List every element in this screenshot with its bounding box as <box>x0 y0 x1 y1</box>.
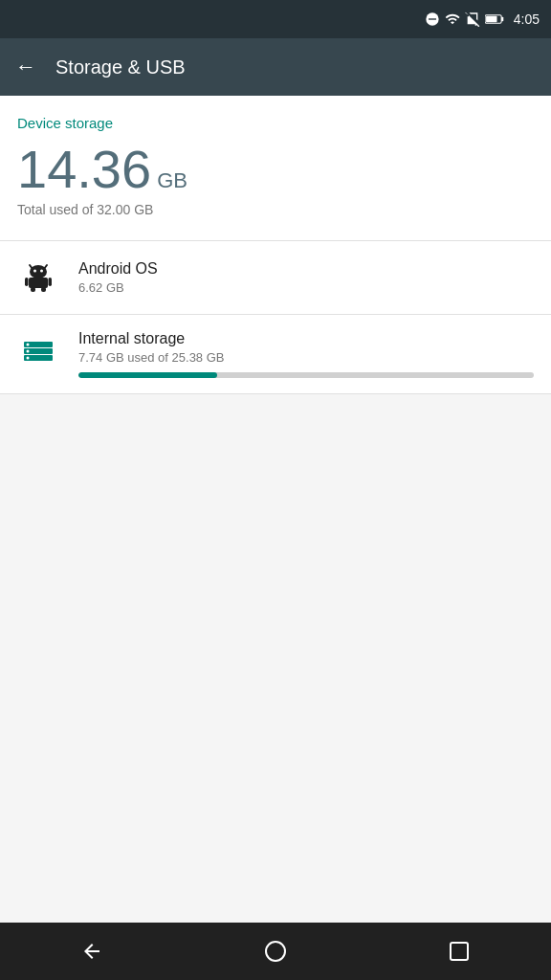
content-area: Device storage 14.36 GB Total used of 32… <box>0 96 551 923</box>
status-icons <box>425 11 504 27</box>
home-nav-icon <box>264 940 287 963</box>
svg-rect-1 <box>429 18 436 19</box>
battery-icon <box>485 11 504 27</box>
storage-used-display: 14.36 GB <box>17 143 534 196</box>
svg-point-19 <box>27 350 30 353</box>
svg-rect-22 <box>451 943 468 960</box>
svg-point-7 <box>30 265 47 278</box>
android-os-text: Android OS 6.62 GB <box>78 260 534 295</box>
svg-point-20 <box>27 357 30 360</box>
storage-used-number: 14.36 <box>17 143 151 196</box>
internal-storage-text: Internal storage 7.74 GB used of 25.38 G… <box>78 330 534 378</box>
svg-rect-3 <box>501 17 503 21</box>
bottom-nav <box>0 923 551 980</box>
svg-point-8 <box>33 270 36 273</box>
minus-circle-icon <box>425 11 440 27</box>
svg-rect-10 <box>29 278 48 288</box>
wifi-icon <box>445 11 460 27</box>
back-nav-icon <box>80 940 103 963</box>
svg-rect-14 <box>41 287 46 292</box>
storage-total-text: Total used of 32.00 GB <box>17 202 534 217</box>
svg-point-9 <box>40 270 43 273</box>
back-button[interactable]: ← <box>15 56 36 78</box>
android-icon <box>21 260 55 295</box>
device-storage-header: Device storage 14.36 GB Total used of 32… <box>0 96 551 240</box>
android-os-size: 6.62 GB <box>78 280 534 295</box>
internal-storage-title: Internal storage <box>78 330 534 347</box>
signal-icon <box>465 11 480 27</box>
device-storage-label: Device storage <box>17 115 534 131</box>
recents-nav-icon <box>448 940 471 963</box>
svg-point-21 <box>266 942 285 961</box>
svg-rect-4 <box>486 16 496 22</box>
android-os-icon <box>17 256 59 299</box>
internal-storage-progress-container <box>78 372 534 378</box>
recents-nav-button[interactable] <box>435 927 483 975</box>
storage-lines-icon <box>21 334 55 368</box>
svg-rect-12 <box>49 278 53 286</box>
toolbar: ← Storage & USB <box>0 38 551 96</box>
internal-storage-size: 7.74 GB used of 25.38 GB <box>78 350 534 365</box>
android-os-item[interactable]: Android OS 6.62 GB <box>0 241 551 314</box>
svg-rect-13 <box>31 287 35 292</box>
divider-3 <box>0 393 551 394</box>
android-os-title: Android OS <box>78 260 534 278</box>
back-nav-button[interactable] <box>68 927 116 975</box>
internal-storage-progress-fill <box>78 372 217 378</box>
toolbar-title: Storage & USB <box>55 56 186 78</box>
status-bar: 4:05 <box>0 0 551 38</box>
internal-storage-item[interactable]: Internal storage 7.74 GB used of 25.38 G… <box>0 315 551 393</box>
internal-storage-icon <box>17 330 59 372</box>
storage-used-unit: GB <box>157 168 187 193</box>
home-nav-button[interactable] <box>252 927 299 975</box>
svg-rect-11 <box>25 278 29 286</box>
svg-point-18 <box>27 344 30 346</box>
status-time: 4:05 <box>514 11 540 27</box>
